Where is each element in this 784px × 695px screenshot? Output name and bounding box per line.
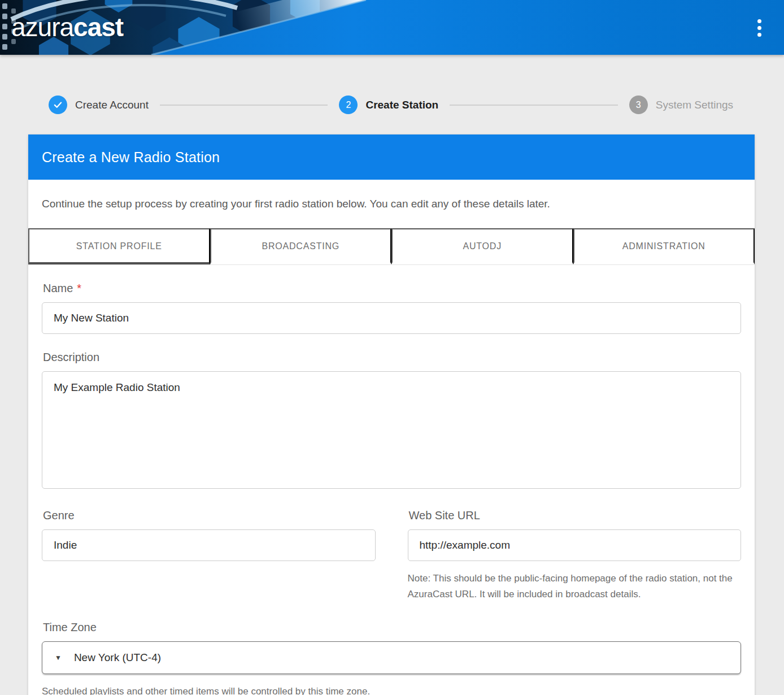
create-station-card: Create a New Radio Station Continue the … xyxy=(28,134,755,695)
stepper-connector xyxy=(450,105,618,106)
azuracast-logo: azuracast xyxy=(11,14,123,40)
description-label: Description xyxy=(43,351,741,364)
website-field-group: Web Site URL Note: This should be the pu… xyxy=(408,509,742,602)
step-create-account[interactable]: Create Account xyxy=(49,95,149,114)
step-complete-circle xyxy=(49,95,67,114)
website-url-label: Web Site URL xyxy=(409,509,742,522)
step-label: Create Account xyxy=(75,99,149,111)
setup-stepper: Create Account 2 Create Station 3 System… xyxy=(49,95,733,114)
timezone-label: Time Zone xyxy=(43,621,741,634)
website-url-note: Note: This should be the public-facing h… xyxy=(408,571,742,602)
description-textarea[interactable]: My Example Radio Station xyxy=(42,371,741,489)
stepper-connector xyxy=(160,105,328,106)
page-title: Create a New Radio Station xyxy=(42,149,220,166)
genre-input[interactable] xyxy=(42,529,376,561)
tab-administration[interactable]: ADMINISTRATION xyxy=(573,228,755,264)
required-asterisk: * xyxy=(77,282,81,294)
name-field-group: Name* xyxy=(42,282,741,334)
step-label: System Settings xyxy=(656,99,733,111)
website-url-input[interactable] xyxy=(408,529,742,561)
timezone-selected-value: New York (UTC-4) xyxy=(74,651,161,664)
station-tabs: STATION PROFILE BROADCASTING AUTODJ ADMI… xyxy=(28,228,755,265)
timezone-field-group: Time Zone ▼ New York (UTC-4) Scheduled p… xyxy=(42,621,741,695)
tab-broadcasting[interactable]: BROADCASTING xyxy=(210,228,392,264)
description-field-group: Description My Example Radio Station xyxy=(42,351,741,491)
timezone-note: Scheduled playlists and other timed item… xyxy=(42,684,741,695)
step-create-station[interactable]: 2 Create Station xyxy=(339,95,438,114)
kebab-menu-icon xyxy=(757,19,761,23)
tab-autodj[interactable]: AUTODJ xyxy=(391,228,573,264)
card-intro-text: Continue the setup process by creating y… xyxy=(28,180,755,210)
genre-website-row: Genre Web Site URL Note: This should be … xyxy=(42,509,741,602)
step-number-circle: 2 xyxy=(339,95,358,114)
step-system-settings[interactable]: 3 System Settings xyxy=(629,95,733,114)
check-icon xyxy=(53,100,63,110)
step-label: Create Station xyxy=(365,99,438,111)
chevron-down-icon: ▼ xyxy=(55,654,62,662)
logo-text-bold: cast xyxy=(73,12,123,42)
card-header: Create a New Radio Station xyxy=(28,134,755,180)
station-profile-form: Name* Description My Example Radio Stati… xyxy=(28,265,755,695)
header-menu-button[interactable] xyxy=(752,17,766,38)
genre-field-group: Genre xyxy=(42,509,376,561)
tab-station-profile[interactable]: STATION PROFILE xyxy=(28,228,210,264)
genre-label: Genre xyxy=(43,509,376,522)
step-number-circle: 3 xyxy=(629,95,648,114)
name-input[interactable] xyxy=(42,302,741,334)
app-header: azuracast xyxy=(0,0,784,55)
logo-text-regular: azura xyxy=(11,12,73,42)
name-label: Name* xyxy=(43,282,741,295)
timezone-select[interactable]: ▼ New York (UTC-4) xyxy=(42,641,741,674)
